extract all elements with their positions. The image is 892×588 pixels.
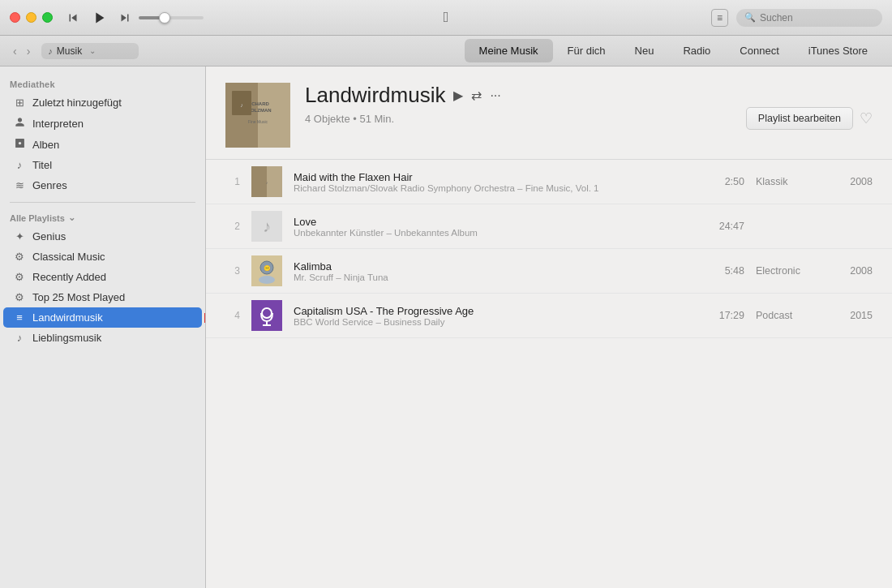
search-input[interactable] xyxy=(760,12,874,24)
playlist-title-row: Landwirdmusik ▶ ⇄ ··· xyxy=(305,83,731,108)
playlists-label: Alle Playlists xyxy=(10,213,65,223)
table-row[interactable]: 1 ♪ Maid with the Flaxen Hair Richard St… xyxy=(206,160,892,204)
playlist-header: RICHARD STOLZMAN Fine Music ♪ Landwirdmu… xyxy=(206,67,892,160)
minimize-button[interactable] xyxy=(26,12,36,23)
sidebar-item-label: Landwirdmusik xyxy=(32,311,103,324)
note-icon-2: ♪ xyxy=(13,332,26,344)
sidebar-item-classical[interactable]: ⚙ Classical Music xyxy=(3,247,202,267)
track-artwork: 😐 xyxy=(251,255,282,286)
track-artwork xyxy=(251,300,282,331)
table-row[interactable]: 4 Capitalism USA - The Progressive Age B… xyxy=(206,294,892,338)
track-artwork: ♪ xyxy=(251,211,282,242)
sidebar-item-label: Zuletzt hinzugefügt xyxy=(32,97,122,109)
sidebar-item-genius[interactable]: ✦ Genius xyxy=(3,226,202,247)
svg-rect-17 xyxy=(251,300,282,331)
gear-icon: ⚙ xyxy=(13,251,26,263)
table-row[interactable]: 3 😐 Kalimba Mr. Scruff – Ninja Tuna 5:48… xyxy=(206,249,892,294)
svg-text:Fine Music: Fine Music xyxy=(248,119,268,124)
play-playlist-button[interactable]: ▶ xyxy=(453,88,463,103)
track-year: 2008 xyxy=(840,176,873,187)
heart-button[interactable]: ♡ xyxy=(860,109,873,127)
nav-arrows: ‹ › xyxy=(10,43,33,59)
tab-itunes-store[interactable]: iTunes Store xyxy=(794,39,882,62)
play-button[interactable] xyxy=(90,9,108,27)
note-icon: ♪ xyxy=(13,159,26,171)
genres-icon: ≋ xyxy=(13,179,26,191)
track-genre: Podcast xyxy=(756,310,829,321)
sidebar-item-label: Lieblingsmusik xyxy=(32,332,101,344)
content-area: RICHARD STOLZMAN Fine Music ♪ Landwirdmu… xyxy=(206,67,892,588)
forward-button[interactable] xyxy=(118,11,132,25)
rewind-button[interactable] xyxy=(66,11,80,25)
svg-text:♪: ♪ xyxy=(240,102,243,108)
location-box[interactable]: ♪ Musik ⌄ xyxy=(41,43,139,59)
grid-icon: ⊞ xyxy=(13,97,26,109)
track-number: 4 xyxy=(225,310,240,321)
sidebar-item-label: Genius xyxy=(32,230,66,242)
sidebar-item-lieblingsmusik[interactable]: ♪ Lieblingsmusik xyxy=(3,328,202,348)
track-details: Capitalism USA - The Progressive Age BBC… xyxy=(294,305,697,327)
divider xyxy=(10,202,195,203)
apple-logo:  xyxy=(444,9,449,26)
track-title: Kalimba xyxy=(294,260,697,273)
music-icon: ♪ xyxy=(48,46,53,56)
close-button[interactable] xyxy=(10,12,20,23)
chevron-down-icon: ⌄ xyxy=(68,212,75,223)
track-genre: Klassik xyxy=(756,176,829,187)
track-duration: 17:29 xyxy=(708,310,744,321)
playlist-title: Landwirdmusik xyxy=(305,83,445,108)
sidebar-item-recently-added[interactable]: ⊞ Zuletzt hinzugefügt xyxy=(3,92,202,113)
search-box[interactable]: 🔍 xyxy=(736,9,882,27)
menu-button[interactable]: ≡ xyxy=(711,9,728,27)
person-icon xyxy=(13,117,26,130)
svg-text:😐: 😐 xyxy=(264,264,271,272)
volume-slider[interactable] xyxy=(139,16,204,19)
table-row[interactable]: 2 ♪ Love Unbekannter Künstler – Unbekann… xyxy=(206,204,892,249)
sidebar-item-alben[interactable]: Alben xyxy=(3,134,202,155)
playlist-artwork: RICHARD STOLZMAN Fine Music ♪ xyxy=(225,83,290,148)
sidebar-item-label: Classical Music xyxy=(32,251,105,263)
navbar: ‹ › ♪ Musik ⌄ Meine Musik Für dich Neu R… xyxy=(0,36,892,67)
sidebar-item-genres[interactable]: ≋ Genres xyxy=(3,175,202,195)
tab-connect[interactable]: Connect xyxy=(725,39,793,62)
track-duration: 2:50 xyxy=(708,176,744,187)
album-icon xyxy=(13,138,26,151)
track-genre: Electronic xyxy=(756,265,829,277)
sidebar-item-recently-added-pl[interactable]: ⚙ Recently Added xyxy=(3,267,202,287)
sidebar-item-top25[interactable]: ⚙ Top 25 Most Played xyxy=(3,287,202,307)
svg-point-1 xyxy=(18,142,20,144)
svg-rect-11 xyxy=(251,166,267,197)
maximize-button[interactable] xyxy=(42,12,53,23)
traffic-lights xyxy=(10,12,53,23)
transport-controls xyxy=(66,9,132,27)
tab-neu[interactable]: Neu xyxy=(620,39,669,62)
sidebar-item-titel[interactable]: ♪ Titel xyxy=(3,155,202,175)
track-subtitle: Mr. Scruff – Ninja Tuna xyxy=(294,273,697,282)
music-note-icon: ♪ xyxy=(263,217,271,236)
playlist-info: Landwirdmusik ▶ ⇄ ··· 4 Objekte • 51 Min… xyxy=(305,83,731,125)
track-year: 2008 xyxy=(840,265,873,277)
sidebar-item-label: Genres xyxy=(32,179,67,191)
track-subtitle: Richard Stolzman/Slovak Radio Symphony O… xyxy=(294,183,697,193)
playlist-actions: Playlist bearbeiten ♡ xyxy=(746,83,873,130)
tab-meine-musik[interactable]: Meine Musik xyxy=(465,39,553,62)
shuffle-playlist-button[interactable]: ⇄ xyxy=(471,88,482,103)
mediathek-label: Mediathek xyxy=(0,75,205,92)
playlists-section[interactable]: Alle Playlists ⌄ xyxy=(0,209,205,226)
track-title: Maid with the Flaxen Hair xyxy=(294,171,697,183)
gear-icon-3: ⚙ xyxy=(13,291,26,303)
sidebar-item-landwirdmusik[interactable]: ≡ Landwirdmusik xyxy=(3,307,202,328)
tab-radio[interactable]: Radio xyxy=(668,39,725,62)
track-subtitle: Unbekannter Künstler – Unbekanntes Album xyxy=(294,228,697,238)
more-options-button[interactable]: ··· xyxy=(490,88,500,103)
edit-playlist-button[interactable]: Playlist bearbeiten xyxy=(746,107,853,130)
back-button[interactable]: ‹ xyxy=(10,43,20,59)
playlist-meta: 4 Objekte • 51 Min. xyxy=(305,113,731,125)
tab-fuer-dich[interactable]: Für dich xyxy=(553,39,620,62)
sidebar-item-interpreten[interactable]: Interpreten xyxy=(3,113,202,134)
sidebar-item-label: Titel xyxy=(32,159,52,171)
track-details: Kalimba Mr. Scruff – Ninja Tuna xyxy=(294,260,697,282)
track-duration: 24:47 xyxy=(708,221,744,232)
forward-button-nav[interactable]: › xyxy=(24,43,34,59)
chevron-down-icon: ⌄ xyxy=(89,46,96,55)
